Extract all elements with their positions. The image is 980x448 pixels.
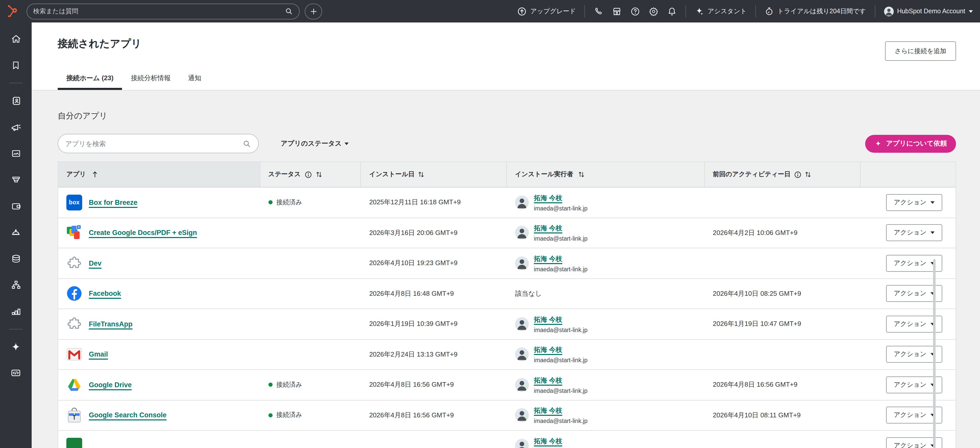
sort-ascending-icon xyxy=(93,171,98,178)
request-app-button-label: アプリについて依頼 xyxy=(886,139,947,148)
sidebar-item-breeze-ai[interactable] xyxy=(6,337,25,356)
upgrade-icon xyxy=(517,6,527,16)
installer-email: imaeda@start-link.jp xyxy=(534,327,587,333)
app-link[interactable]: Gmail xyxy=(89,351,108,358)
installer-link[interactable]: 拓海 今枝 xyxy=(534,315,562,324)
help-icon[interactable] xyxy=(631,6,640,16)
installer-link[interactable]: 拓海 今枝 xyxy=(534,376,562,385)
search-icon[interactable] xyxy=(285,7,293,15)
caret-down-icon xyxy=(931,232,935,234)
default-puzzle-app-icon xyxy=(66,255,82,271)
column-header-status[interactable]: ステータス xyxy=(260,162,361,187)
sidebar-item-reporting[interactable] xyxy=(6,301,25,321)
app-link[interactable]: Box for Breeze xyxy=(89,199,138,206)
column-header-app[interactable]: アプリ xyxy=(58,162,260,187)
app-status-filter-dropdown[interactable]: アプリのステータス xyxy=(281,139,349,148)
sort-toggle-icon xyxy=(418,171,425,178)
sidebar-item-developer[interactable] xyxy=(6,363,25,383)
vertical-scrollbar[interactable] xyxy=(933,259,935,448)
app-search-input[interactable] xyxy=(65,140,242,147)
installed-date: 2026年4月8日 16:56 GMT+9 xyxy=(369,411,454,420)
installer-link[interactable]: 拓海 今枝 xyxy=(534,346,562,355)
facebook-app-icon xyxy=(66,286,82,301)
status-text: 接続済み xyxy=(277,411,302,420)
left-sidebar xyxy=(0,22,32,448)
table-row: Dev 2026年4月10日 19:23 GMT+9 拓海 今枝 imaeda@… xyxy=(58,248,956,279)
assistant-label: アシスタント xyxy=(708,7,747,16)
sidebar-item-bookmarks[interactable] xyxy=(6,56,25,75)
create-new-button[interactable] xyxy=(305,3,322,19)
hubspot-logo-icon[interactable] xyxy=(6,5,19,18)
tab-notifications[interactable]: 通知 xyxy=(180,73,210,90)
assistant-sparkle-icon xyxy=(695,6,704,16)
installer-link[interactable]: 拓海 今枝 xyxy=(534,407,562,416)
column-header-installed[interactable]: インストール日 xyxy=(361,162,507,187)
last-activity-date: 2026年4月10日 08:25 GMT+9 xyxy=(713,289,801,298)
google-drive-app-icon xyxy=(66,377,82,393)
sidebar-item-content[interactable] xyxy=(6,143,25,163)
gmail-app-icon xyxy=(66,347,82,362)
app-link[interactable]: Google Search Console xyxy=(89,411,167,419)
sidebar-item-commerce[interactable] xyxy=(6,196,25,215)
account-avatar xyxy=(884,6,894,16)
sidebar-item-service[interactable] xyxy=(6,222,25,242)
actions-dropdown-button[interactable]: アクション xyxy=(886,194,942,211)
global-search-bar[interactable] xyxy=(27,3,300,19)
status-text: 接続済み xyxy=(277,381,302,389)
installer-link[interactable]: 拓海 今枝 xyxy=(534,194,562,203)
main-content: 接続されたアプリ 接続ホーム (23) 接続分析情報 通知 さらに接続を追加 自… xyxy=(32,22,980,448)
sidebar-item-data-management[interactable] xyxy=(6,249,25,268)
sidebar-item-automations[interactable] xyxy=(6,275,25,295)
tab-bar: 接続ホーム (23) 接続分析情報 通知 xyxy=(58,73,210,90)
last-activity-date: 2026年1月19日 10:47 GMT+9 xyxy=(713,319,801,329)
app-link[interactable]: Dev xyxy=(89,260,102,267)
sidebar-item-home[interactable] xyxy=(6,29,25,48)
assistant-button[interactable]: アシスタント xyxy=(695,6,747,16)
installer-link[interactable]: 拓海 今枝 xyxy=(534,254,562,264)
search-icon[interactable] xyxy=(242,139,251,148)
app-link[interactable]: Google Drive xyxy=(89,381,132,389)
upgrade-button[interactable]: アップグレード xyxy=(517,6,576,16)
add-more-connections-button[interactable]: さらに接続を追加 xyxy=(885,41,956,61)
installer-link[interactable]: 拓海 今枝 xyxy=(534,224,562,233)
sidebar-item-sales[interactable] xyxy=(6,170,25,189)
topbar-divider xyxy=(875,5,875,18)
global-search-input[interactable] xyxy=(33,8,285,15)
installed-date: 2026年1月19日 10:39 GMT+9 xyxy=(369,319,458,329)
calling-icon[interactable] xyxy=(594,6,604,16)
status-connected-dot xyxy=(268,201,272,205)
settings-icon[interactable] xyxy=(649,6,659,16)
app-link[interactable]: Facebook xyxy=(89,290,121,298)
column-header-last-activity[interactable]: 前回のアクティビティー日 xyxy=(705,162,861,187)
sparkle-icon xyxy=(874,140,882,147)
tab-connection-insights[interactable]: 接続分析情報 xyxy=(122,73,180,90)
status-connected-dot xyxy=(268,413,272,417)
table-row: Google Drive 接続済み 2026年4月8日 16:56 GMT+9 … xyxy=(58,370,956,400)
page-title: 接続されたアプリ xyxy=(58,37,142,51)
installer-email: imaeda@start-link.jp xyxy=(534,206,587,212)
tab-connections-home[interactable]: 接続ホーム (23) xyxy=(58,73,122,90)
app-search-bar[interactable] xyxy=(58,134,259,153)
installer-avatar xyxy=(515,408,529,422)
installer-avatar xyxy=(515,348,529,362)
installer-avatar xyxy=(515,439,529,448)
page-header: 接続されたアプリ 接続ホーム (23) 接続分析情報 通知 さらに接続を追加 xyxy=(32,22,980,91)
topbar-divider xyxy=(756,5,756,18)
trial-timer-icon xyxy=(765,6,774,16)
installer-link[interactable]: 拓海 今枝 xyxy=(534,437,562,446)
app-link[interactable]: Create Google Docs/PDF + eSign xyxy=(89,229,197,237)
trial-status[interactable]: トライアルは残り204日間です xyxy=(765,6,866,16)
sidebar-item-marketing[interactable] xyxy=(6,117,25,137)
column-header-installer[interactable]: インストール実行者 xyxy=(507,162,705,187)
column-header-actions xyxy=(861,162,956,187)
sidebar-item-crm[interactable] xyxy=(6,91,25,110)
marketplace-icon[interactable] xyxy=(612,6,622,16)
request-app-button[interactable]: アプリについて依頼 xyxy=(865,135,956,153)
topbar-divider xyxy=(686,5,686,18)
table-header-row: アプリ ステータス xyxy=(58,162,956,188)
account-menu[interactable]: HubSpot Demo Account xyxy=(884,6,973,16)
notifications-icon[interactable] xyxy=(667,6,677,16)
installer-avatar xyxy=(515,226,529,240)
app-link[interactable]: FileTransApp xyxy=(89,320,132,328)
actions-dropdown-button[interactable]: アクション xyxy=(886,225,942,241)
